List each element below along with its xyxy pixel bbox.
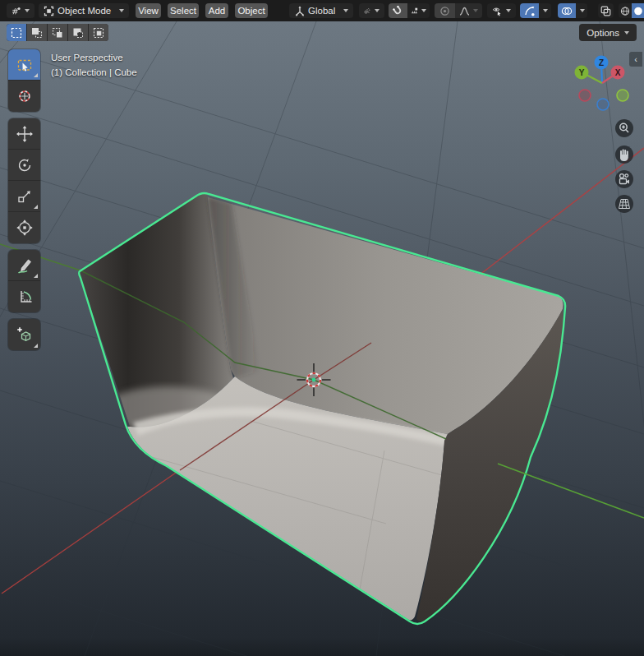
camera-view-button[interactable] xyxy=(614,169,634,189)
gizmo-z-label: Z xyxy=(599,58,604,67)
blender-window: Object Mode View Select Add Object Globa… xyxy=(0,0,644,656)
sidebar-toggle-tab[interactable]: ‹ xyxy=(629,52,642,67)
menu-add[interactable]: Add xyxy=(205,3,228,18)
tool-annotate[interactable] xyxy=(8,250,40,281)
overlays-toggle-button[interactable] xyxy=(558,3,576,18)
editor-type-3d-viewport-icon xyxy=(12,6,21,16)
zoom-button[interactable] xyxy=(614,118,634,138)
chevron-down-icon xyxy=(580,9,585,12)
proportional-editing-toggle[interactable] xyxy=(435,3,455,18)
tool-scale[interactable] xyxy=(8,181,40,212)
proportional-falloff-dropdown[interactable] xyxy=(455,3,482,18)
select-intersect-icon xyxy=(92,26,105,39)
editor-type-button[interactable] xyxy=(7,3,34,18)
shading-solid-button[interactable] xyxy=(632,3,644,18)
select-mode-group xyxy=(7,24,108,41)
chevron-down-icon xyxy=(473,9,478,12)
menu-view[interactable]: View xyxy=(136,3,161,18)
orientation-axes-icon xyxy=(294,6,305,16)
tool-add-cube[interactable] xyxy=(8,319,40,350)
chevron-down-icon xyxy=(375,9,380,12)
measure-icon xyxy=(16,288,34,306)
shading-mode-group xyxy=(619,3,644,18)
gizmos-toggle-group xyxy=(520,3,551,18)
select-mode-set[interactable] xyxy=(7,24,27,41)
menu-object[interactable]: Object xyxy=(235,3,268,18)
select-mode-subtract[interactable] xyxy=(48,24,68,41)
select-subtract-icon xyxy=(51,26,64,39)
proportional-editing-group xyxy=(435,3,482,18)
view-perspective-label: User Perspective xyxy=(51,50,137,65)
scale-icon xyxy=(16,187,34,206)
tool-transform[interactable] xyxy=(8,212,40,243)
annotate-pencil-icon xyxy=(16,256,34,275)
select-extend-icon xyxy=(30,26,44,39)
overlays-toggle-group xyxy=(558,3,587,18)
snap-increment-icon xyxy=(411,6,418,16)
viewport-header: Object Mode View Select Add Object Globa… xyxy=(0,0,644,21)
pivot-point-dropdown[interactable] xyxy=(359,3,384,18)
viewport-info-text: User Perspective (1) Collection | Cube xyxy=(51,50,137,80)
tool-move[interactable] xyxy=(8,118,40,150)
tool-measure[interactable] xyxy=(8,281,40,312)
object-origin-dot xyxy=(312,378,316,382)
show-gizmo-dropdown[interactable] xyxy=(487,3,516,18)
snap-target-dropdown[interactable] xyxy=(407,3,430,18)
chevron-down-icon xyxy=(543,9,548,12)
proportional-circle-icon xyxy=(439,6,450,16)
overlays-icon xyxy=(561,6,573,16)
select-mode-extend[interactable] xyxy=(27,24,48,41)
pivot-point-icon xyxy=(364,6,370,16)
rotate-icon xyxy=(16,156,34,174)
subtool-indicator xyxy=(34,205,38,209)
3d-cursor-tool-icon xyxy=(16,87,34,105)
tool-rotate[interactable] xyxy=(8,150,40,181)
solid-shading-icon xyxy=(633,6,643,16)
gizmos-dropdown[interactable] xyxy=(539,3,551,18)
gizmo-x-label: X xyxy=(615,68,621,77)
collection-context-label: (1) Collection | Cube xyxy=(51,65,137,80)
mode-selector-dropdown[interactable]: Object Mode xyxy=(39,3,129,18)
tool-shelf xyxy=(8,49,40,357)
chevron-down-icon xyxy=(506,9,511,12)
gizmos-toggle-button[interactable] xyxy=(520,3,539,18)
snapping-group xyxy=(389,3,430,18)
subtool-indicator xyxy=(34,274,38,278)
subtool-indicator xyxy=(34,73,38,77)
tool-cursor[interactable] xyxy=(8,81,40,112)
wireframe-shading-icon xyxy=(620,6,630,16)
perspective-toggle-button[interactable] xyxy=(614,194,634,214)
gizmo-y-label: Y xyxy=(579,68,585,77)
chevron-down-icon xyxy=(119,9,124,12)
gizmo-axis-x-neg[interactable] xyxy=(579,90,591,101)
gizmo-visibility-icon xyxy=(492,5,502,16)
chevron-down-icon xyxy=(421,9,426,12)
select-box-icon xyxy=(16,56,34,74)
orientation-label: Global xyxy=(308,6,335,16)
chevron-down-icon xyxy=(624,31,629,35)
select-mode-intersect[interactable] xyxy=(89,24,108,41)
transform-orientation-dropdown[interactable]: Global xyxy=(289,3,353,18)
overlays-dropdown[interactable] xyxy=(576,3,587,18)
select-set-icon xyxy=(10,26,23,39)
viewport-3d-scene[interactable] xyxy=(0,0,644,656)
xray-toggle-button[interactable] xyxy=(598,3,614,18)
menu-select[interactable]: Select xyxy=(168,3,199,18)
pan-button[interactable] xyxy=(614,145,634,164)
magnet-icon xyxy=(393,6,403,16)
move-icon xyxy=(16,125,34,143)
options-label: Options xyxy=(586,28,619,38)
shading-wireframe-button[interactable] xyxy=(619,3,632,18)
object-mode-icon xyxy=(44,6,54,16)
gizmo-axis-y-neg[interactable] xyxy=(617,90,628,101)
xray-icon xyxy=(600,6,611,16)
chevron-down-icon xyxy=(343,9,348,12)
select-invert-icon xyxy=(71,26,85,39)
snap-toggle-button[interactable] xyxy=(389,3,407,18)
tool-select-box[interactable] xyxy=(8,49,40,81)
options-dropdown[interactable]: Options xyxy=(579,24,637,41)
transform-icon xyxy=(16,219,34,237)
gizmo-axis-z-neg[interactable] xyxy=(597,99,609,110)
subtool-indicator xyxy=(34,344,38,348)
select-mode-invert[interactable] xyxy=(68,24,89,41)
